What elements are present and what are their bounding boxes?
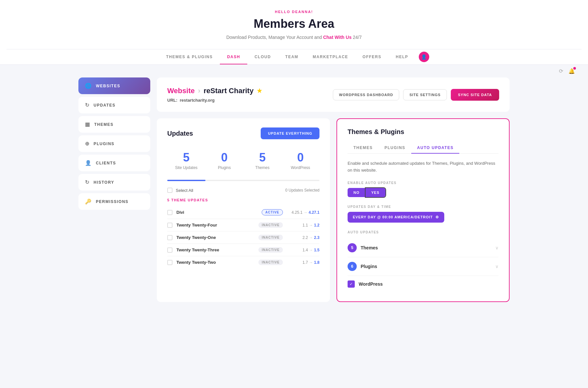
auto-update-themes-row[interactable]: 5 Themes ∨ bbox=[348, 239, 498, 257]
tab-themes[interactable]: THEMES bbox=[348, 142, 379, 153]
themes-chevron-icon: ∨ bbox=[495, 245, 498, 250]
site-settings-button[interactable]: SITE SETTINGS bbox=[403, 89, 447, 100]
auto-update-plugins-row[interactable]: 6 Plugins ∨ bbox=[348, 257, 498, 276]
breadcrumb-arrow: › bbox=[198, 87, 200, 95]
update-checkbox-divi[interactable] bbox=[167, 210, 172, 215]
theme-name-twentytwo: Twenty Twenty-Two bbox=[176, 260, 254, 265]
user-avatar[interactable]: 👤 bbox=[419, 52, 429, 62]
sync-site-data-button[interactable]: SYNC SITE DATA bbox=[451, 89, 499, 101]
auto-update-themes-left: 5 Themes bbox=[348, 243, 378, 252]
update-checkbox-twentyfour[interactable] bbox=[167, 223, 172, 228]
refresh-icon[interactable]: ⟳ bbox=[559, 68, 563, 74]
panel-title: Themes & Plugins bbox=[348, 128, 498, 136]
sidebar-item-updates[interactable]: ↻ UPDATES bbox=[78, 97, 150, 113]
update-checkbox-twentyone[interactable] bbox=[167, 235, 172, 240]
nav-dash[interactable]: DASH bbox=[220, 49, 247, 64]
site-actions: WORDPRESS DASHBOARD SITE SETTINGS SYNC S… bbox=[333, 89, 499, 101]
stat-number-plugins: 0 bbox=[209, 152, 240, 163]
sidebar-item-plugins[interactable]: ⊕ PLUGINS bbox=[78, 135, 150, 152]
nav-marketplace[interactable]: MARKETPLACE bbox=[305, 49, 355, 64]
stats-row: 5 Site Updates 0 Plugins 5 Themes 0 Word… bbox=[167, 148, 319, 173]
history-icon: ↻ bbox=[85, 179, 90, 185]
sidebar-item-websites[interactable]: 🌐 WEBSITES bbox=[78, 77, 150, 94]
select-all-row: Select All 0 Updates Selected bbox=[167, 188, 319, 193]
nav-help[interactable]: HELP bbox=[389, 49, 416, 64]
update-checkbox-twentytwo[interactable] bbox=[167, 260, 172, 265]
stat-plugins: 0 Plugins bbox=[205, 148, 244, 173]
sidebar: 🌐 WEBSITES ↻ UPDATES ▦ THEMES ⊕ PLUGINS … bbox=[78, 77, 150, 302]
nav-team[interactable]: TEAM bbox=[278, 49, 305, 64]
plugins-chevron-icon: ∨ bbox=[495, 264, 498, 269]
sidebar-label-clients: CLIENTS bbox=[96, 161, 116, 165]
sidebar-label-history: HISTORY bbox=[94, 180, 114, 185]
sidebar-label-themes: THEMES bbox=[94, 122, 114, 127]
site-name: reStart Charity bbox=[204, 87, 253, 95]
site-url: URL: restartcharity.org bbox=[167, 98, 262, 103]
status-badge-divi: ACTIVE bbox=[262, 209, 283, 215]
version-twentythree: 1.4 → 1.5 bbox=[287, 248, 319, 252]
themes-count-badge: 5 bbox=[348, 243, 357, 252]
version-twentyfour: 1.1 → 1.2 bbox=[287, 223, 319, 228]
status-badge-twentytwo: INACTIVE bbox=[258, 260, 283, 265]
sidebar-item-clients[interactable]: 👤 CLIENTS bbox=[78, 155, 150, 171]
sidebar-item-themes[interactable]: ▦ THEMES bbox=[78, 116, 150, 133]
table-row: Twenty Twenty-Three INACTIVE 1.4 → 1.5 bbox=[167, 244, 319, 256]
tab-auto-updates[interactable]: AUTO UPDATES bbox=[411, 142, 460, 153]
wordpress-label: WordPress bbox=[359, 281, 383, 287]
select-all-label[interactable]: Select All bbox=[167, 188, 193, 193]
clients-icon: 👤 bbox=[85, 160, 92, 166]
wordpress-row: ✓ WordPress bbox=[348, 276, 498, 292]
stat-site-updates: 5 Site Updates bbox=[167, 148, 205, 173]
site-header-card: Website › reStart Charity ★ URL: restart… bbox=[157, 77, 510, 112]
toggle-yes-button[interactable]: YES bbox=[366, 188, 385, 197]
table-row: Twenty Twenty-One INACTIVE 2.2 → 2.3 bbox=[167, 231, 319, 244]
favorite-star-icon[interactable]: ★ bbox=[257, 87, 262, 94]
day-time-gear-icon: ⚙ bbox=[435, 215, 439, 219]
updates-selected-count: 0 Updates Selected bbox=[285, 188, 319, 193]
globe-icon: 🌐 bbox=[85, 83, 92, 89]
update-items-list: Divi ACTIVE 4.25.1 → 4.27.1 Twenty Twent… bbox=[167, 206, 319, 268]
main-layout: 🌐 WEBSITES ↻ UPDATES ▦ THEMES ⊕ PLUGINS … bbox=[65, 77, 523, 315]
theme-name-twentyone: Twenty Twenty-One bbox=[176, 235, 254, 240]
stat-label-plugins: Plugins bbox=[209, 165, 240, 170]
progress-bar bbox=[167, 180, 319, 181]
progress-bar-fill bbox=[167, 180, 205, 181]
update-checkbox-twentythree[interactable] bbox=[167, 247, 172, 253]
themes-plugins-panel: Themes & Plugins THEMES PLUGINS AUTO UPD… bbox=[336, 118, 510, 302]
select-all-checkbox[interactable] bbox=[167, 188, 172, 193]
sidebar-item-permissions[interactable]: 🔑 PERMISSIONS bbox=[78, 193, 150, 210]
toggle-no-button[interactable]: NO bbox=[348, 188, 366, 197]
table-row: Twenty Twenty-Two INACTIVE 1.7 → 1.8 bbox=[167, 256, 319, 268]
sidebar-label-permissions: PERMISSIONS bbox=[96, 199, 129, 204]
wordpress-dashboard-button[interactable]: WORDPRESS DASHBOARD bbox=[333, 89, 400, 100]
status-badge-twentyone: INACTIVE bbox=[258, 235, 283, 240]
subtitle: Download Products, Manage Your Account a… bbox=[7, 35, 581, 40]
sidebar-label-websites: WEBSITES bbox=[96, 84, 121, 88]
day-time-selector[interactable]: EVERY DAY @ 00:00 AMERICA/DETROIT ⚙ bbox=[348, 212, 444, 223]
wordpress-checkbox[interactable]: ✓ bbox=[348, 280, 355, 288]
stat-label-site-updates: Site Updates bbox=[171, 165, 202, 170]
nav-themes-plugins[interactable]: THEMES & PLUGINS bbox=[159, 49, 220, 64]
update-everything-button[interactable]: UPDATE EVERYTHING bbox=[261, 127, 319, 139]
permissions-icon: 🔑 bbox=[85, 198, 92, 205]
nav-cloud[interactable]: CLOUD bbox=[247, 49, 278, 64]
status-badge-twentyfour: INACTIVE bbox=[258, 222, 283, 228]
hello-text: HELLO DEANNA! bbox=[7, 10, 581, 14]
updates-card: Updates UPDATE EVERYTHING 5 Site Updates… bbox=[157, 118, 330, 302]
themes-icon: ▦ bbox=[85, 121, 90, 127]
tab-plugins[interactable]: PLUGINS bbox=[379, 142, 411, 153]
lower-grid: Updates UPDATE EVERYTHING 5 Site Updates… bbox=[157, 118, 510, 302]
stat-themes: 5 Themes bbox=[243, 148, 282, 173]
sidebar-item-history[interactable]: ↻ HISTORY bbox=[78, 174, 150, 191]
notification-icon[interactable]: 🔔 bbox=[568, 68, 575, 74]
version-twentyone: 2.2 → 2.3 bbox=[287, 235, 319, 240]
version-twentytwo: 1.7 → 1.8 bbox=[287, 260, 319, 265]
auto-update-themes-label: Themes bbox=[361, 245, 378, 250]
theme-name-twentythree: Twenty Twenty-Three bbox=[176, 247, 254, 252]
nav-offers[interactable]: OFFERS bbox=[355, 49, 389, 64]
breadcrumb-website-link[interactable]: Website bbox=[167, 87, 195, 95]
sidebar-label-plugins: PLUGINS bbox=[94, 142, 115, 146]
chat-link[interactable]: Chat With Us bbox=[323, 35, 351, 40]
stat-label-themes: Themes bbox=[247, 165, 278, 170]
stat-number-themes: 5 bbox=[247, 152, 278, 163]
